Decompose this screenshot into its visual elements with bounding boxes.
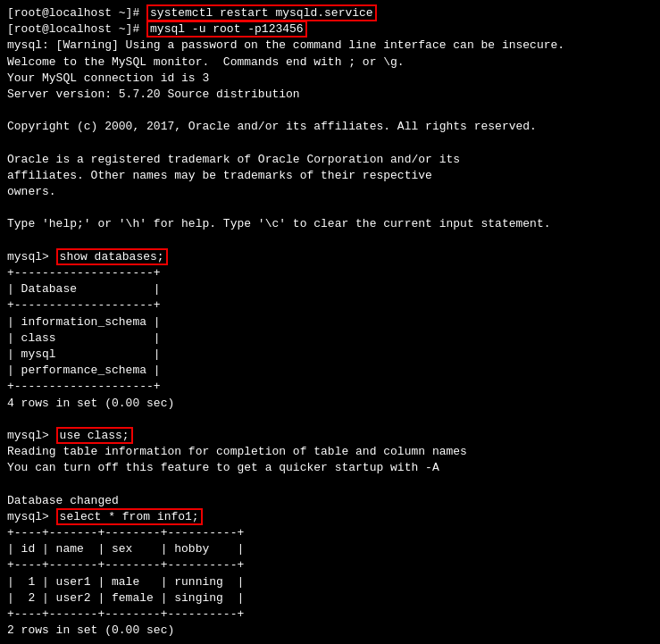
terminal-line: Oracle is a registered trademark of Orac… bbox=[7, 152, 653, 168]
mysql-command-text: select * from info1; bbox=[56, 508, 203, 525]
terminal-line: | 1 | user1 | male | running | bbox=[7, 574, 653, 590]
terminal-line: [root@localhost ~]# systemctl restart my… bbox=[7, 5, 653, 21]
terminal-line: mysql> use class; bbox=[7, 428, 653, 444]
mysql-prompt-prefix: mysql> bbox=[7, 510, 56, 523]
terminal-line: Database changed bbox=[7, 493, 653, 509]
terminal-line: mysql> select * from info1; bbox=[7, 509, 653, 525]
terminal-line: | mysql | bbox=[7, 347, 653, 363]
terminal-line: +----+-------+--------+----------+ bbox=[7, 557, 653, 573]
terminal-line: +--------------------+ bbox=[7, 379, 653, 395]
terminal-line: +--------------------+ bbox=[7, 265, 653, 281]
terminal-line: | information_schema | bbox=[7, 314, 653, 330]
terminal-line: mysql> show databases; bbox=[7, 249, 653, 265]
terminal-line: owners. bbox=[7, 184, 653, 200]
terminal-line bbox=[7, 103, 653, 119]
terminal-line: | 2 | user2 | female | singing | bbox=[7, 590, 653, 606]
terminal-line: Type 'help;' or '\h' for help. Type '\c'… bbox=[7, 216, 653, 232]
terminal-line: +----+-------+--------+----------+ bbox=[7, 525, 653, 541]
mysql-command-text: show databases; bbox=[56, 248, 168, 265]
command-text: systemctl restart mysqld.service bbox=[146, 4, 377, 21]
terminal-line: | Database | bbox=[7, 281, 653, 297]
mysql-prompt-prefix: mysql> bbox=[7, 250, 56, 263]
terminal-line: [root@localhost ~]# mysql -u root -p1234… bbox=[7, 21, 653, 38]
terminal-line bbox=[7, 233, 653, 249]
terminal-line bbox=[7, 412, 653, 428]
terminal-line bbox=[7, 136, 653, 152]
terminal-line: | id | name | sex | hobby | bbox=[7, 541, 653, 557]
prompt-prefix: [root@localhost ~]# bbox=[7, 6, 146, 20]
terminal-line: | class | bbox=[7, 330, 653, 347]
terminal-line: mysql: [Warning] Using a password on the… bbox=[7, 38, 653, 54]
terminal-line: You can turn off this feature to get a q… bbox=[7, 460, 653, 476]
terminal-line bbox=[7, 476, 653, 492]
terminal: [root@localhost ~]# systemctl restart my… bbox=[7, 5, 653, 639]
command-text: mysql -u root -p123456 bbox=[146, 21, 307, 38]
terminal-line: +----+-------+--------+----------+ bbox=[7, 606, 653, 623]
terminal-line: +--------------------+ bbox=[7, 297, 653, 314]
terminal-line: 2 rows in set (0.00 sec) bbox=[7, 623, 653, 639]
terminal-line: Your MySQL connection id is 3 bbox=[7, 71, 653, 87]
terminal-line: Server version: 5.7.20 Source distributi… bbox=[7, 87, 653, 103]
terminal-line: Reading table information for completion… bbox=[7, 444, 653, 460]
prompt-prefix: [root@localhost ~]# bbox=[7, 22, 146, 36]
terminal-line: affiliates. Other names may be trademark… bbox=[7, 168, 653, 184]
terminal-line: Welcome to the MySQL monitor. Commands e… bbox=[7, 54, 653, 71]
terminal-line: | performance_schema | bbox=[7, 363, 653, 379]
terminal-line: 4 rows in set (0.00 sec) bbox=[7, 396, 653, 412]
mysql-command-text: use class; bbox=[56, 427, 133, 444]
terminal-line: Copyright (c) 2000, 2017, Oracle and/or … bbox=[7, 119, 653, 135]
mysql-prompt-prefix: mysql> bbox=[7, 429, 56, 442]
terminal-line bbox=[7, 200, 653, 216]
